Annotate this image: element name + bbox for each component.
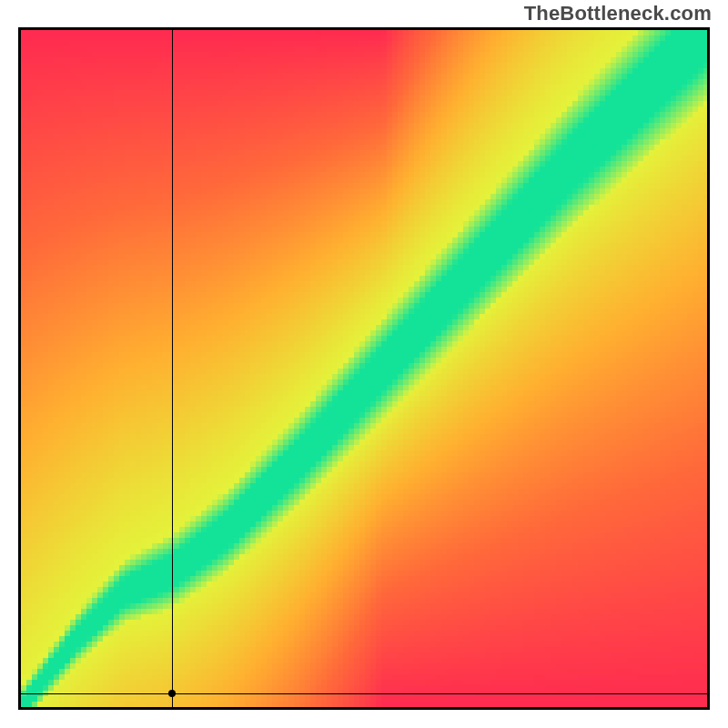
- crosshair-horizontal: [21, 693, 707, 694]
- heatmap-canvas: [21, 30, 707, 707]
- plot-frame: [18, 27, 710, 710]
- crosshair-vertical: [172, 30, 173, 707]
- attribution-label: TheBottleneck.com: [524, 2, 712, 25]
- crosshair-marker-dot: [168, 690, 176, 697]
- plot-inner: [21, 30, 707, 707]
- chart-stage: TheBottleneck.com: [0, 0, 728, 728]
